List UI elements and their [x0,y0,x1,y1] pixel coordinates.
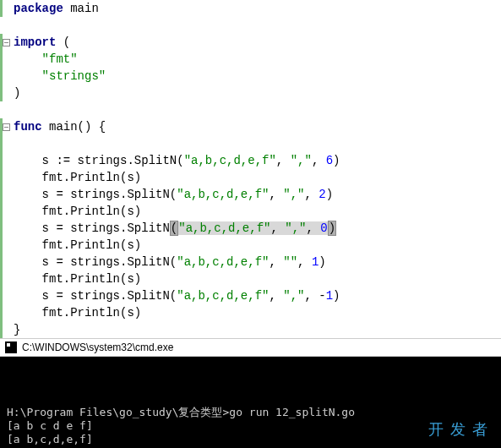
code-line[interactable]: s = strings.SplitN("a,b,c,d,e,f", ",", 0… [0,220,501,237]
gutter-marker [0,118,3,338]
code-text: s = strings.SplitN("a,b,c,d,e,f", ",", 2… [12,186,333,203]
gutter-space [0,101,12,118]
code-text: s = strings.SplitN("a,b,c,d,e,f", ",", -… [12,287,340,304]
code-line[interactable]: import ( [0,34,501,51]
code-text [12,17,20,34]
code-line[interactable] [0,101,501,118]
watermark: 开发者 DevZe.CoM [385,396,494,448]
code-text: import ( [12,34,70,51]
code-line[interactable]: fmt.Println(s) [0,169,501,186]
code-line[interactable]: func main() { [0,118,501,135]
terminal-titlebar: C:\WINDOWS\system32\cmd.exe [0,338,501,357]
code-line[interactable]: } [0,321,501,338]
code-text: "strings" [12,68,106,85]
code-text: fmt.Println(s) [12,203,141,220]
code-text: package main [12,0,99,17]
code-line[interactable] [0,135,501,152]
code-line[interactable] [0,17,501,34]
code-line[interactable]: ) [0,85,501,101]
code-line[interactable]: "strings" [0,68,501,85]
code-line[interactable]: package main [0,0,501,17]
code-text: } [12,321,20,338]
code-line[interactable]: fmt.Println(s) [0,304,501,321]
code-line[interactable]: fmt.Println(s) [0,237,501,254]
code-text: ) [12,85,20,101]
code-text [12,101,20,118]
gutter-marker [0,0,3,17]
watermark-cn: 开发者 [385,423,494,436]
gutter-space [0,17,12,34]
code-text: s = strings.SplitN("a,b,c,d,e,f", "", 1) [12,254,326,270]
code-text: fmt.Println(s) [12,304,141,321]
code-line[interactable]: s = strings.SplitN("a,b,c,d,e,f", "", 1) [0,254,501,270]
code-line[interactable]: s := strings.SplitN("a,b,c,d,e,f", ",", … [0,152,501,169]
code-line[interactable]: fmt.Println(s) [0,270,501,287]
code-line[interactable]: s = strings.SplitN("a,b,c,d,e,f", ",", 2… [0,186,501,203]
terminal-output[interactable]: H:\Program Files\go_study\复合类型>go run 12… [0,357,501,448]
gutter-marker [0,34,3,101]
code-text: fmt.Println(s) [12,270,141,287]
code-text: fmt.Println(s) [12,237,141,254]
code-text: "fmt" [12,51,78,68]
code-text [12,135,20,152]
code-text: s = strings.SplitN("a,b,c,d,e,f", ",", 0… [12,220,336,237]
code-text: fmt.Println(s) [12,169,141,186]
code-text: func main() { [12,118,106,135]
cmd-icon [5,341,17,353]
code-line[interactable]: "fmt" [0,51,501,68]
code-text: s := strings.SplitN("a,b,c,d,e,f", ",", … [12,152,340,169]
code-line[interactable]: fmt.Println(s) [0,203,501,220]
terminal-title: C:\WINDOWS\system32\cmd.exe [22,341,173,353]
code-line[interactable]: s = strings.SplitN("a,b,c,d,e,f", ",", -… [0,287,501,304]
code-editor[interactable]: package main import ( "fmt" "strings") f… [0,0,501,338]
